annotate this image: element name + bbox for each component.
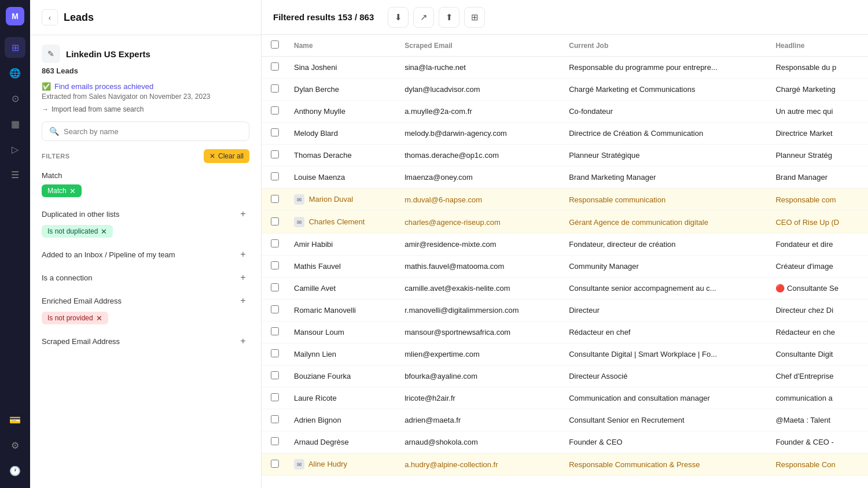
filters-header: FILTERS ✕ Clear all (42, 149, 249, 163)
row-checkbox[interactable] (271, 217, 279, 225)
filter-duplicated: Duplicated in other lists + Is not dupli… (42, 208, 249, 238)
filter-tag-match-remove[interactable]: ✕ (69, 187, 76, 195)
filter-duplicated-title: Duplicated in other lists (42, 210, 119, 219)
row-checkbox[interactable] (271, 349, 279, 357)
row-headline: Consultante Digit (766, 343, 868, 365)
row-checkbox-cell (262, 453, 285, 476)
find-emails-link[interactable]: ✅ Find emails process achieved (42, 82, 249, 91)
select-all-checkbox[interactable] (271, 40, 279, 49)
nav-icon-billing[interactable]: 💳 (5, 409, 25, 430)
row-name: ✉ Marion Duval (285, 188, 395, 211)
table-row: Mathis Fauvel mathis.fauvel@matooma.com … (262, 256, 868, 278)
row-checkbox[interactable] (271, 261, 279, 269)
row-checkbox[interactable] (271, 371, 279, 379)
filter-scraped-email: Scraped Email Address + (42, 335, 249, 347)
row-name: Romaric Manovelli (285, 300, 395, 321)
filter-connection-add[interactable]: + (237, 271, 249, 284)
row-scraped-email: amir@residence-mixte.com (395, 234, 560, 256)
row-checkbox[interactable] (271, 305, 279, 313)
table-row: Thomas Derache thomas.derache@op1c.com P… (262, 145, 868, 167)
row-scraped-email: m.duval@6-napse.com (395, 188, 560, 211)
row-headline: Founder & CEO - (766, 431, 868, 453)
nav-icon-play[interactable]: ▷ (5, 139, 25, 160)
row-name: Arnaud Degrèse (285, 431, 395, 453)
filter-tag-not-provided-remove[interactable]: ✕ (96, 315, 102, 322)
row-checkbox[interactable] (271, 84, 279, 93)
filter-enriched-email-add[interactable]: + (237, 294, 249, 307)
search-input[interactable] (64, 127, 242, 136)
table-row: ✉ Aline Hudry a.hudry@alpine-collection.… (262, 453, 868, 476)
row-checkbox[interactable] (271, 106, 279, 114)
back-button[interactable]: ‹ (42, 9, 58, 25)
filter-duplicated-add[interactable]: + (237, 208, 249, 220)
row-headline: Un autre mec qui (766, 101, 868, 123)
check-icon: ✅ (42, 82, 51, 91)
nav-logo[interactable]: M (6, 7, 24, 25)
import-button[interactable]: ⬆ (439, 7, 459, 28)
row-checkbox[interactable] (271, 327, 279, 335)
row-checkbox[interactable] (271, 128, 279, 136)
row-headline: Chef d'Entreprise (766, 365, 868, 387)
row-scraped-email: arnaud@shokola.com (395, 431, 560, 453)
list-name: Linkedin US Experts (66, 49, 150, 59)
pending-icon: ✉ (294, 194, 304, 205)
row-scraped-email: dylan@lucadvisor.com (395, 79, 560, 101)
nav-icon-leads[interactable]: ⊞ (5, 37, 25, 58)
row-checkbox-cell (262, 211, 285, 234)
row-checkbox[interactable] (271, 195, 279, 203)
row-headline: CEO of Rise Up (D (766, 211, 868, 234)
row-checkbox[interactable] (271, 460, 279, 468)
download-button[interactable]: ⬇ (388, 7, 409, 28)
row-headline: Directrice Market (766, 123, 868, 145)
filter-connection: Is a connection + (42, 271, 249, 284)
col-scraped-email: Scraped Email (395, 35, 560, 57)
clear-all-button[interactable]: ✕ Clear all (204, 149, 249, 163)
grid-button[interactable]: ⊞ (464, 7, 485, 28)
filter-duplicated-header: Duplicated in other lists + (42, 208, 249, 220)
row-checkbox[interactable] (271, 283, 279, 291)
nav-icon-globe[interactable]: 🌐 (5, 62, 25, 83)
row-name: ✉ Aline Hudry (285, 453, 395, 476)
nav-icon-grid[interactable]: ▦ (5, 113, 25, 134)
header-actions: ⬇ ↗ ⬆ ⊞ (388, 7, 485, 28)
table-row: Dylan Berche dylan@lucadvisor.com Chargé… (262, 79, 868, 101)
row-checkbox[interactable] (271, 437, 279, 445)
row-headline: communication a (766, 387, 868, 409)
pending-icon: ✉ (294, 459, 304, 469)
row-checkbox[interactable] (271, 393, 279, 401)
nav-icon-list[interactable]: ☰ (5, 164, 25, 185)
row-checkbox-cell (262, 278, 285, 300)
filter-tag-not-duplicated-remove[interactable]: ✕ (101, 228, 107, 235)
row-current-job: Chargé Marketing et Communications (560, 79, 766, 101)
filter-scraped-email-title: Scraped Email Address (42, 337, 120, 346)
row-checkbox[interactable] (271, 62, 279, 71)
filter-tag-not-duplicated[interactable]: Is not duplicated ✕ (42, 225, 113, 238)
row-current-job: Consultante senior accompagnement au c..… (560, 278, 766, 300)
row-checkbox-cell (262, 256, 285, 278)
row-checkbox[interactable] (271, 150, 279, 158)
filters-label: FILTERS (42, 153, 70, 160)
nav-icon-settings[interactable]: ⚙ (5, 435, 25, 456)
row-name: Adrien Bignon (285, 409, 395, 431)
table-row: Romaric Manovelli r.manovelli@digitalimm… (262, 300, 868, 321)
filter-tag-not-provided[interactable]: Is not provided ✕ (42, 312, 108, 324)
row-checkbox[interactable] (271, 239, 279, 247)
row-checkbox[interactable] (271, 172, 279, 180)
row-name: Bouziane Fourka (285, 365, 395, 387)
import-link[interactable]: → Import lead from same search (42, 105, 249, 113)
table-row: Adrien Bignon adrien@maeta.fr Consultant… (262, 409, 868, 431)
export-button[interactable]: ↗ (413, 7, 434, 28)
filter-scraped-email-add[interactable]: + (237, 335, 249, 347)
nav-icon-clock[interactable]: 🕐 (5, 460, 25, 481)
filter-match: Match Match ✕ (42, 171, 249, 197)
nav-icon-target[interactable]: ⊙ (5, 88, 25, 109)
row-checkbox[interactable] (271, 415, 279, 423)
row-checkbox-cell (262, 365, 285, 387)
filter-inbox-pipeline-add[interactable]: + (237, 248, 249, 261)
row-scraped-email: mansour@sportnewsafrica.com (395, 321, 560, 343)
find-emails-sub: Extracted from Sales Navigator on Novemb… (42, 93, 249, 101)
filter-tag-match[interactable]: Match ✕ (42, 184, 82, 197)
table-row: Arnaud Degrèse arnaud@shokola.com Founde… (262, 431, 868, 453)
table-row: Amir Habibi amir@residence-mixte.com Fon… (262, 234, 868, 256)
col-headline: Headline (766, 35, 868, 57)
